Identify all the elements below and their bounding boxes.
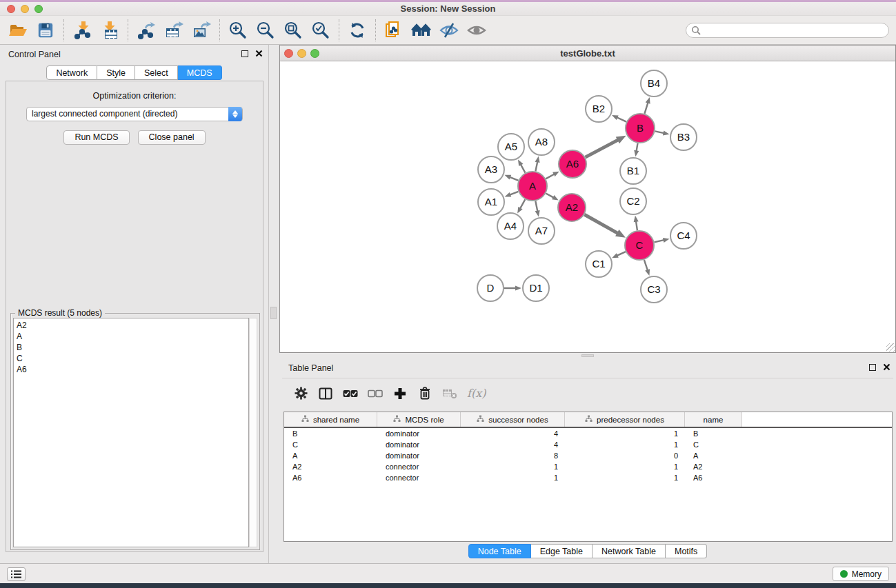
result-list-scrollbar[interactable] [249, 318, 257, 547]
select-all-checkboxes-icon[interactable] [343, 385, 358, 402]
tab-mcds[interactable]: MCDS [178, 65, 222, 80]
show-all-eye-icon[interactable] [465, 19, 488, 42]
table-row[interactable]: Cdominator41C [284, 439, 892, 450]
edge-A6-B[interactable] [586, 140, 619, 157]
delete-column-trash-icon[interactable] [417, 385, 432, 402]
close-panel-button[interactable]: Close panel [138, 130, 206, 145]
node-A5[interactable]: A5 [498, 134, 524, 160]
edge-A-A5[interactable] [521, 164, 526, 172]
node-C2[interactable]: C2 [620, 188, 646, 214]
column-settings-gear-icon[interactable] [293, 385, 308, 402]
node-A4[interactable]: A4 [497, 213, 524, 239]
result-list-item[interactable]: B [17, 342, 248, 353]
zoom-in-icon[interactable] [226, 19, 250, 42]
export-image-icon[interactable] [190, 19, 213, 42]
table-cell[interactable]: B [685, 428, 742, 439]
table-cell[interactable]: dominator [377, 439, 461, 450]
node-D[interactable]: D [477, 275, 504, 301]
table-cell[interactable]: 1 [565, 472, 685, 483]
node-A1[interactable]: A1 [478, 189, 504, 215]
edge-C-C3[interactable] [644, 260, 648, 271]
table-cell[interactable]: 1 [565, 428, 685, 439]
tab-edge-table[interactable]: Edge Table [531, 544, 593, 558]
apply-layout-icon[interactable] [346, 19, 369, 42]
result-list-item[interactable]: A2 [17, 320, 248, 331]
node-B1[interactable]: B1 [620, 158, 646, 184]
result-list-item[interactable]: C [17, 353, 248, 364]
window-resize-grip[interactable] [886, 343, 895, 352]
table-cell[interactable]: B [284, 428, 377, 439]
table-cell[interactable]: A2 [685, 461, 742, 472]
node-A7[interactable]: A7 [528, 218, 555, 244]
node-D1[interactable]: D1 [523, 275, 549, 301]
table-cell[interactable]: A6 [284, 472, 377, 483]
first-neighbors-icon[interactable] [410, 19, 433, 42]
node-B4[interactable]: B4 [641, 70, 667, 97]
node-A[interactable]: A [518, 172, 547, 201]
table-row[interactable]: Bdominator41B [284, 428, 892, 439]
edge-A-A8[interactable] [535, 161, 537, 171]
table-cell[interactable]: 1 [565, 439, 685, 450]
node-A2[interactable]: A2 [558, 194, 586, 221]
table-row[interactable]: A6connector11A6 [284, 472, 892, 483]
table-cell[interactable]: connector [377, 461, 461, 472]
vertical-splitter[interactable] [269, 45, 279, 563]
table-cell[interactable]: 4 [461, 428, 565, 439]
import-table-icon[interactable] [98, 19, 121, 42]
column-header-MCDS-role[interactable]: MCDS role [377, 412, 461, 427]
node-C3[interactable]: C3 [641, 276, 667, 303]
network-canvas[interactable]: AA1A2A3A4A5A6A7A8BB1B2B3B4CC1C2C3C4DD1 [280, 61, 895, 352]
tab-motifs[interactable]: Motifs [666, 544, 707, 558]
edge-A-A6[interactable] [546, 174, 554, 179]
close-panel-icon[interactable] [883, 363, 890, 371]
column-header-shared-name[interactable]: shared name [284, 412, 377, 427]
float-panel-icon[interactable] [241, 50, 248, 57]
task-history-list-button[interactable] [7, 567, 26, 581]
edge-B-B1[interactable] [637, 143, 638, 152]
tab-network[interactable]: Network [46, 65, 97, 80]
float-panel-icon[interactable] [869, 364, 876, 371]
tab-node-table[interactable]: Node Table [468, 544, 531, 558]
search-input[interactable] [686, 23, 889, 38]
save-session-icon[interactable] [34, 19, 57, 42]
tab-network-table[interactable]: Network Table [593, 544, 666, 558]
run-mcds-button[interactable]: Run MCDS [63, 130, 129, 145]
node-A6[interactable]: A6 [559, 150, 586, 178]
table-row[interactable]: A2connector11A2 [284, 461, 892, 472]
edge-B-B2[interactable] [617, 117, 626, 121]
edge-A2-C[interactable] [584, 214, 617, 233]
result-list-item[interactable]: A6 [17, 364, 248, 375]
table-cell[interactable]: 8 [461, 450, 565, 461]
column-header-predecessor-nodes[interactable]: predecessor nodes [565, 412, 685, 427]
table-cell[interactable]: 0 [565, 450, 685, 461]
close-panel-icon[interactable] [255, 50, 263, 57]
table-cell[interactable]: A [685, 450, 742, 461]
export-table-icon[interactable] [162, 19, 186, 42]
table-cell[interactable]: connector [377, 472, 461, 483]
edge-C-C2[interactable] [636, 221, 637, 230]
table-cell[interactable]: A [284, 450, 377, 461]
open-session-icon[interactable] [6, 19, 30, 42]
node-B[interactable]: B [626, 114, 655, 143]
node-table[interactable]: shared nameMCDS rolesuccessor nodesprede… [283, 412, 893, 542]
zoom-out-icon[interactable] [254, 19, 277, 42]
table-cell[interactable]: dominator [377, 450, 461, 461]
node-C[interactable]: C [625, 231, 654, 260]
column-header-successor-nodes[interactable]: successor nodes [461, 412, 565, 427]
edge-A-A2[interactable] [546, 194, 553, 198]
table-row[interactable]: Adominator80A [284, 450, 892, 461]
import-network-icon[interactable] [70, 19, 94, 42]
new-network-from-selection-icon[interactable] [382, 19, 406, 42]
table-cell[interactable]: 4 [461, 439, 565, 450]
deselect-all-checkboxes-icon[interactable] [368, 385, 383, 402]
node-B3[interactable]: B3 [670, 124, 697, 150]
result-list-item[interactable]: A [17, 331, 248, 342]
column-header-name[interactable]: name [685, 412, 742, 427]
hide-selected-eye-slash-icon[interactable] [437, 19, 461, 42]
export-network-icon[interactable] [135, 19, 158, 42]
edge-C-C1[interactable] [617, 252, 626, 256]
memory-status-button[interactable]: Memory [833, 567, 889, 581]
node-A3[interactable]: A3 [478, 156, 504, 183]
optimization-criterion-select[interactable]: largest connected component (directed) [26, 107, 243, 121]
node-C1[interactable]: C1 [586, 251, 612, 277]
